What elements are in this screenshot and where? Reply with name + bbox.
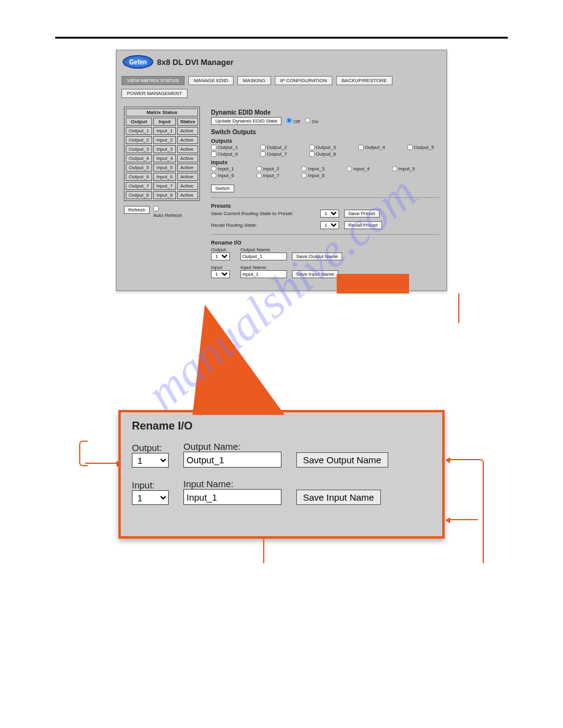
brand-logo: Gefen (123, 55, 153, 69)
table-row: Output_1Input_1Active (126, 127, 198, 135)
table-row: Output_2Input_2Active (126, 136, 198, 144)
save-preset-select[interactable]: 1 (320, 210, 339, 218)
table-row: Output_6Input_6Active (126, 173, 198, 181)
save-preset-button[interactable]: Save Preset (344, 210, 380, 218)
presets-title: Presets (211, 203, 439, 209)
recall-preset-label: Recall Routing State: (211, 222, 315, 228)
recall-preset-select[interactable]: 1 (320, 221, 339, 229)
tab-manage-edid[interactable]: MANAGE EDID (188, 76, 234, 85)
input-radio[interactable] (347, 166, 352, 172)
table-row: Output_5Input_5Active (126, 164, 198, 172)
matrix-status-table: Matrix Status Output Input Status Output… (124, 107, 200, 201)
tab-view-matrix[interactable]: VIEW MATRIX STATUS (121, 76, 185, 85)
switch-button[interactable]: Switch (211, 184, 234, 192)
output-checkbox[interactable] (358, 145, 364, 150)
update-edid-button[interactable]: Update Dynamic EDID State (211, 117, 282, 125)
zoom-input-select[interactable]: 1 (132, 490, 169, 505)
switch-outputs-title: Switch Outputs (211, 129, 439, 135)
auto-refresh-checkbox[interactable] (153, 206, 159, 211)
input-radio[interactable] (301, 166, 307, 172)
output-checkbox[interactable] (309, 145, 315, 150)
zoom-output-name-label: Output Name: (183, 441, 240, 452)
save-output-name-button[interactable]: Save Output Name (292, 252, 342, 260)
zoom-output-label: Output: (132, 442, 162, 453)
app-title: 8x8 DL DVI Manager (157, 58, 234, 67)
save-preset-label: Save Current Routing State to Preset: (211, 211, 315, 216)
edid-off-radio[interactable] (286, 118, 292, 123)
zoom-panel: Rename I/O Output: 1 Output Name: Save O… (118, 410, 445, 539)
pointer-line (85, 463, 120, 464)
tab-bar: VIEW MATRIX STATUS MANAGE EDID MASKING I… (117, 74, 446, 100)
table-row: Output_8Input_8Active (126, 191, 198, 199)
auto-refresh-label: Auto Refresh (153, 213, 182, 218)
input-name-label: Input Name: (240, 265, 287, 270)
tab-power[interactable]: POWER MANAGEMENT (121, 89, 188, 98)
output-checkbox[interactable] (211, 145, 216, 150)
zoom-input-name-label: Input Name: (183, 479, 234, 489)
input-sel-label: Input: (211, 265, 236, 270)
input-radio[interactable] (211, 173, 216, 178)
refresh-button[interactable]: Refresh (124, 206, 150, 214)
tab-ip-config[interactable]: IP CONFIGURATION (275, 76, 332, 85)
dynamic-edid-title: Dynamic EDID Mode (211, 109, 439, 116)
col-output: Output (126, 118, 152, 126)
output-checkbox[interactable] (309, 151, 315, 157)
output-select[interactable]: 1 (211, 252, 230, 260)
input-radio[interactable] (211, 166, 216, 172)
output-checkbox[interactable] (260, 145, 266, 150)
pointer-bracket (79, 441, 88, 466)
zoom-save-output-button[interactable]: Save Output Name (296, 452, 388, 468)
table-row: Output_3Input_3Active (126, 145, 198, 153)
screenshot-window: Gefen 8x8 DL DVI Manager VIEW MATRIX STA… (116, 50, 447, 291)
output-name-input[interactable] (240, 252, 287, 260)
zoom-input-label: Input: (132, 480, 155, 490)
pointer-connector (477, 459, 484, 563)
tab-backup[interactable]: BACKUP/RESTORE (336, 76, 393, 85)
zoom-save-input-button[interactable]: Save Input Name (296, 490, 381, 505)
col-status: Status (177, 118, 198, 126)
tab-masking[interactable]: MASKING (237, 76, 271, 85)
zoom-rename-title: Rename I/O (132, 420, 431, 433)
input-radio[interactable] (392, 166, 397, 172)
pointer-line (447, 519, 478, 520)
output-checkbox[interactable] (260, 151, 266, 157)
inputs-label: Inputs (211, 159, 439, 165)
edid-on-radio[interactable] (305, 118, 310, 123)
input-radio[interactable] (256, 173, 262, 178)
matrix-title: Matrix Status (126, 108, 198, 116)
zoom-pointer-icon (193, 305, 285, 415)
output-checkbox[interactable] (211, 151, 216, 157)
table-row: Output_7Input_7Active (126, 182, 198, 190)
input-radio[interactable] (256, 166, 262, 172)
recall-preset-button[interactable]: Recall Preset (344, 221, 382, 229)
rename-io-title: Rename I/O (211, 240, 439, 246)
callout-tab (337, 274, 409, 294)
pointer-line (447, 459, 478, 460)
input-radio[interactable] (301, 173, 307, 178)
output-checkbox[interactable] (407, 145, 413, 150)
zoom-output-select[interactable]: 1 (132, 453, 169, 468)
col-input: Input (153, 118, 176, 126)
pointer-connector (263, 539, 264, 563)
table-row: Output_4Input_4Active (126, 154, 198, 162)
output-name-label: Output Name: (240, 247, 287, 252)
output-sel-label: Output: (211, 247, 236, 252)
zoom-output-name-input[interactable] (183, 452, 282, 468)
zoom-input-name-input[interactable] (183, 489, 282, 505)
outputs-label: Outputs (211, 138, 439, 144)
